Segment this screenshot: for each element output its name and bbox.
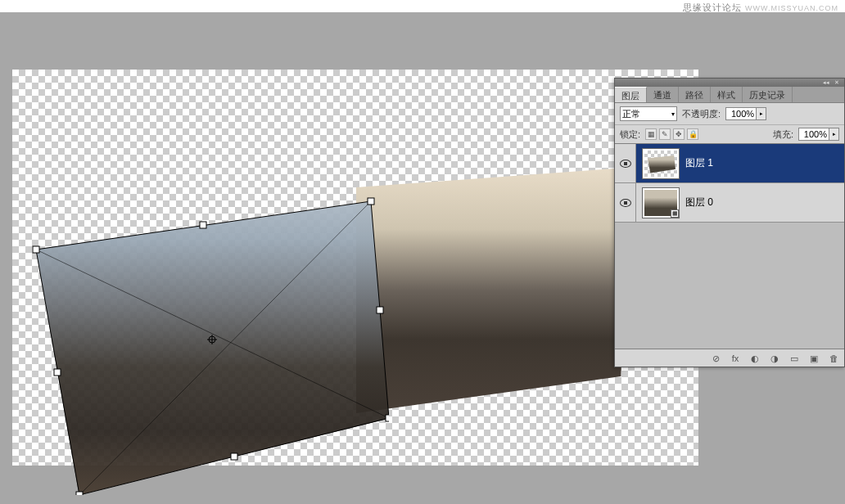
- visibility-toggle[interactable]: [615, 183, 636, 222]
- group-icon[interactable]: ▭: [789, 353, 800, 364]
- eye-icon: [620, 199, 631, 207]
- layer-thumbnail[interactable]: ▦: [643, 188, 679, 218]
- lock-all-icon[interactable]: 🔒: [687, 128, 698, 140]
- tab-channels[interactable]: 通道: [647, 87, 679, 102]
- blend-mode-select[interactable]: 正常: [620, 106, 677, 121]
- layers-panel: ◂◂ ✕ 图层 通道 路径 样式 历史记录 正常 不透明度: 100% ▸ 锁定…: [614, 78, 845, 367]
- link-layers-icon[interactable]: ⊘: [710, 353, 721, 364]
- workspace: ◂◂ ✕ 图层 通道 路径 样式 历史记录 正常 不透明度: 100% ▸ 锁定…: [0, 12, 845, 504]
- adjustment-layer-icon[interactable]: ◑: [769, 353, 780, 364]
- delete-layer-icon[interactable]: 🗑: [828, 353, 839, 364]
- opacity-label: 不透明度:: [682, 108, 721, 120]
- tab-layers[interactable]: 图层: [615, 87, 647, 102]
- opacity-input[interactable]: 100% ▸: [725, 107, 766, 120]
- lock-row: 锁定: ▦ ✎ ✥ 🔒 填充: 100% ▸: [615, 125, 844, 144]
- layer-badge-icon: ▦: [671, 209, 679, 218]
- tab-paths[interactable]: 路径: [679, 87, 711, 102]
- chevron-right-icon[interactable]: ▸: [829, 128, 839, 141]
- chevron-right-icon[interactable]: ▸: [757, 107, 766, 120]
- image-layer-1[interactable]: [29, 176, 389, 495]
- layer-name[interactable]: 图层 0: [685, 196, 713, 209]
- layer-style-icon[interactable]: fx: [730, 353, 741, 364]
- fill-input[interactable]: 100% ▸: [798, 128, 839, 141]
- layers-list: 图层 1 ▦ 图层 0: [615, 144, 844, 349]
- lock-transparency-icon[interactable]: ▦: [645, 128, 657, 140]
- visibility-toggle[interactable]: [615, 144, 636, 182]
- layer-thumbnail[interactable]: [643, 149, 679, 178]
- eye-icon: [620, 160, 631, 168]
- tab-styles[interactable]: 样式: [711, 87, 743, 102]
- panel-header[interactable]: ◂◂ ✕: [615, 79, 844, 87]
- layer-row[interactable]: ▦ 图层 0: [615, 183, 844, 223]
- layer-row[interactable]: 图层 1: [615, 144, 844, 183]
- lock-position-icon[interactable]: ✥: [673, 128, 685, 140]
- blend-mode-row: 正常 不透明度: 100% ▸: [615, 103, 844, 125]
- image-layer-0: [356, 168, 626, 413]
- lock-pixels-icon[interactable]: ✎: [659, 128, 671, 140]
- panel-footer: ⊘ fx ◐ ◑ ▭ ▣ 🗑: [615, 349, 844, 367]
- fill-label: 填充:: [773, 128, 793, 141]
- panel-tabs: 图层 通道 路径 样式 历史记录: [615, 87, 844, 103]
- collapse-icon[interactable]: ◂◂: [823, 80, 829, 85]
- new-layer-icon[interactable]: ▣: [808, 353, 820, 364]
- canvas[interactable]: [12, 70, 698, 466]
- lock-label: 锁定:: [620, 128, 640, 141]
- tab-history[interactable]: 历史记录: [743, 87, 793, 102]
- layer-mask-icon[interactable]: ◐: [749, 353, 761, 364]
- layer-name[interactable]: 图层 1: [685, 156, 713, 170]
- close-icon[interactable]: ✕: [834, 80, 841, 85]
